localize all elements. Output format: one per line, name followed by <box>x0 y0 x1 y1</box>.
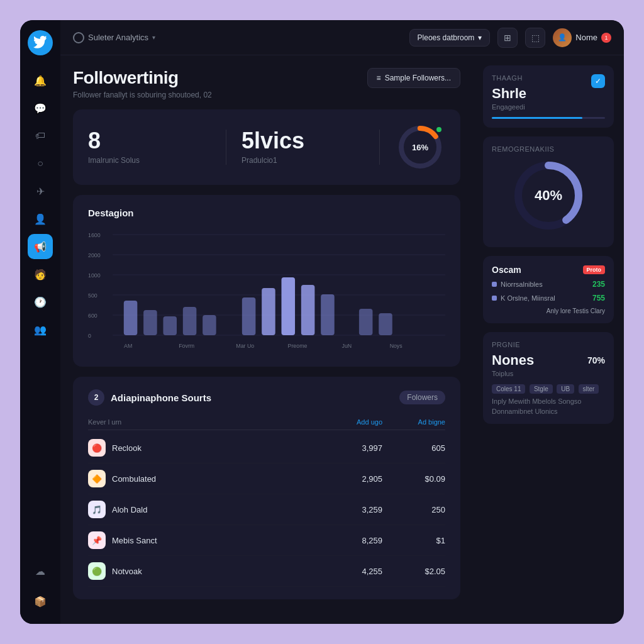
topbar-dropdown[interactable]: Pleoes datbroom ▾ <box>409 29 491 47</box>
topbar-user: 👤 Nome 1 <box>553 28 611 47</box>
tag-0: Coles 11 <box>492 384 525 394</box>
svg-rect-17 <box>183 307 197 335</box>
sidebar-item-cloud[interactable]: ☁ <box>28 558 53 584</box>
stat-total: 8 Imalrunic Solus <box>88 130 226 165</box>
topbar-btn-grid[interactable]: ⊞ <box>497 28 518 48</box>
svg-rect-25 <box>379 313 392 335</box>
svg-rect-18 <box>203 315 216 335</box>
col-header-2: Add ugo <box>319 418 382 426</box>
svg-rect-23 <box>321 294 335 335</box>
table-row: 📌 Mebis Sanct 8,259 $1 <box>88 525 445 556</box>
sidebar-item-user[interactable]: 👤 <box>28 206 53 231</box>
sidebar-item-notif[interactable]: 🔔 <box>28 68 53 93</box>
nones-row: Nones 70% <box>492 352 605 369</box>
row-val1-0: 3,997 <box>319 443 382 453</box>
right-card-donut: Remogrenakiis 40% <box>483 136 614 247</box>
app-container: 🔔 💬 🏷 ○ ✈ 👤 📢 🧑 🕐 👥 ☁ 📦 Suleter Analytic… <box>20 20 624 624</box>
svg-text:Fovrm: Fovrm <box>179 343 194 349</box>
row-app-4: 🟢 Notvoak <box>88 562 319 580</box>
sample-followers-button[interactable]: ≡ Sample Followers... <box>367 68 460 88</box>
stat-donut: 16% <box>380 122 445 172</box>
app-icon-1: 🔶 <box>88 470 106 487</box>
sidebar-item-person[interactable]: 🧑 <box>28 262 53 287</box>
sidebar-item-users[interactable]: 👥 <box>28 317 53 342</box>
table-row: 🎵 Aloh Dald 3,259 250 <box>88 494 445 525</box>
user-name: Nome <box>575 33 597 42</box>
app-name-4: Notvoak <box>112 567 142 576</box>
topbar: Suleter Analytics ▾ Pleoes datbroom ▾ ⊞ … <box>60 20 624 55</box>
sidebar-item-megaphone[interactable]: 📢 <box>28 234 53 259</box>
svg-text:0: 0 <box>88 333 91 339</box>
stat-total-label: Imalrunic Solus <box>88 156 211 165</box>
legend-left-0: Niorrsalnibles <box>492 280 543 288</box>
page-subtitle: Follower fanallyt is soburing shoutoed, … <box>73 91 212 99</box>
big-donut: 40% <box>511 158 586 233</box>
topbar-btn-share[interactable]: ⬚ <box>525 28 545 48</box>
topbar-brand: Suleter Analytics ▾ <box>73 32 155 43</box>
app-icon-2: 🎵 <box>88 501 106 518</box>
right-card-shrle: Thaagh Shrle Engageedi ✓ <box>483 65 614 128</box>
rc-title-1: Thaagh <box>492 74 526 82</box>
brand-label: Suleter Analytics <box>88 33 148 42</box>
sidebar-logo[interactable] <box>28 30 53 55</box>
chart-title: Destagion <box>88 208 445 218</box>
rc-sub-1: Engageedi <box>492 103 526 111</box>
legend-val-0: 235 <box>592 280 605 289</box>
table-card: 2 Adiapinaphone Sourts Folowers Kever l … <box>73 377 460 599</box>
sidebar-item-box[interactable]: 📦 <box>28 589 53 614</box>
svg-text:500: 500 <box>88 292 97 299</box>
chart-card: Destagion 1600 2000 <box>73 195 460 367</box>
sidebar-item-send[interactable]: ✈ <box>28 179 53 204</box>
rc-title-4: Prgnie <box>492 341 605 348</box>
right-panel: Thaagh Shrle Engageedi ✓ Remogrenakiis <box>473 55 624 624</box>
twitter-icon <box>33 36 47 50</box>
row-val2-4: $2.05 <box>382 567 445 576</box>
legend-dot-0 <box>492 282 497 287</box>
svg-rect-22 <box>301 285 315 335</box>
right-card-shrle-header: Thaagh Shrle Engageedi ✓ <box>492 74 605 111</box>
sample-label: Sample Followers... <box>385 74 451 82</box>
row-val2-3: $1 <box>382 536 445 545</box>
table-badge[interactable]: Folowers <box>399 391 445 404</box>
donut-chart: 16% <box>395 122 445 172</box>
nones-value: Nones <box>492 352 534 369</box>
donut-text: 16% <box>412 143 428 152</box>
row-val1-4: 4,255 <box>319 567 382 576</box>
app-name-3: Mebis Sanct <box>112 536 157 545</box>
oscam-header: Oscam Proto <box>492 265 605 275</box>
row-app-3: 📌 Mebis Sanct <box>88 531 319 549</box>
svg-text:JuN: JuN <box>341 343 352 349</box>
legend-item-1: K Orslne, Miinsral 755 <box>492 294 605 303</box>
tags-container: Coles 11 Stgle UB slter <box>492 382 605 395</box>
table-header: 2 Adiapinaphone Sourts Folowers <box>88 389 445 406</box>
row-app-0: 🔴 Reclook <box>88 439 319 457</box>
user-avatar: 👤 <box>553 28 572 47</box>
rc-title-2: Remogrenakiis <box>492 145 605 153</box>
sidebar-item-chat[interactable]: 💬 <box>28 96 53 121</box>
row-app-2: 🎵 Aloh Dald <box>88 501 319 518</box>
app-icon-3: 📌 <box>88 531 106 549</box>
row-val1-2: 3,259 <box>319 505 382 514</box>
app-name-0: Reclook <box>112 443 142 453</box>
view-all[interactable]: Anly lore Testis Clary <box>492 308 605 314</box>
sidebar-item-circle[interactable]: ○ <box>28 151 53 176</box>
sidebar-item-tag[interactable]: 🏷 <box>28 123 53 148</box>
col-headers: Kever l urn Add ugo Ad bigne <box>88 414 445 430</box>
page-title: Followertinig <box>73 68 212 88</box>
main-content: Suleter Analytics ▾ Pleoes datbroom ▾ ⊞ … <box>60 20 624 624</box>
svg-rect-15 <box>143 310 157 335</box>
svg-text:600: 600 <box>88 313 97 319</box>
sidebar-item-clock[interactable]: 🕐 <box>28 289 53 314</box>
svg-rect-14 <box>124 301 138 335</box>
svg-text:1600: 1600 <box>88 232 101 238</box>
notif-badge: 1 <box>601 33 611 43</box>
legend-label-1: K Orslne, Miinsral <box>501 294 555 302</box>
card4-text2: Donnamibnet Ulonics <box>492 408 605 415</box>
oscam-badge: Proto <box>583 265 606 274</box>
big-donut-text: 40% <box>535 187 562 204</box>
nones-pct: 70% <box>587 355 605 365</box>
row-app-1: 🔶 Combulated <box>88 470 319 487</box>
row-val2-1: $0.09 <box>382 474 445 484</box>
right-card-oscam: Oscam Proto Niorrsalnibles 235 K Or <box>483 256 614 323</box>
svg-rect-19 <box>242 297 256 335</box>
